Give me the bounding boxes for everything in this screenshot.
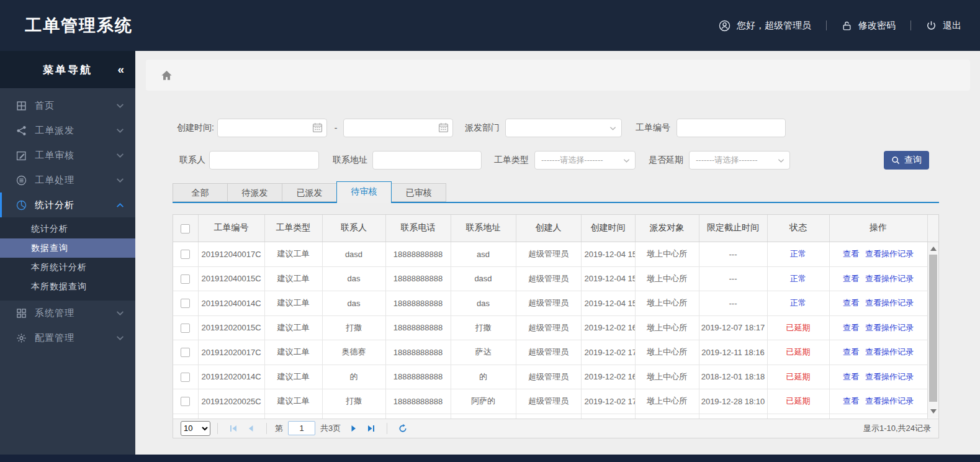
tab-reviewed[interactable]: 已审核 <box>391 183 446 202</box>
first-page-icon[interactable] <box>229 424 238 433</box>
select-all-checkbox[interactable] <box>181 224 190 233</box>
cell-status: 已延期 <box>767 340 829 365</box>
tab-to-dispatch[interactable]: 待派发 <box>227 183 282 202</box>
row-checkbox[interactable] <box>181 397 190 406</box>
scroll-up-arrow-icon[interactable] <box>930 247 937 251</box>
cell-order-type <box>264 414 322 419</box>
order-type-select[interactable]: -------请选择------- <box>534 151 636 170</box>
chevron-down-icon <box>116 102 124 110</box>
is-delayed-select[interactable]: -------请选择------- <box>689 151 790 170</box>
column-header: 创建人 <box>516 215 581 242</box>
dispatch-dept-select[interactable] <box>505 119 622 137</box>
record-summary: 显示1-10,共24记录 <box>863 423 931 434</box>
sidebar-subitem-local-statistics[interactable]: 本所统计分析 <box>0 258 135 277</box>
chevron-down-icon <box>116 334 124 342</box>
sidebar-item-order-review[interactable]: 工单审核 <box>0 143 135 168</box>
gear-icon <box>16 333 27 343</box>
cell-contact: das <box>322 291 385 316</box>
page-number-input[interactable] <box>288 421 315 435</box>
row-checkbox[interactable] <box>181 250 190 259</box>
row-checkbox[interactable] <box>181 348 190 357</box>
stack-icon <box>16 175 27 186</box>
contact-input[interactable] <box>209 151 319 170</box>
sidebar-item-config-manage[interactable]: 配置管理 <box>0 325 135 350</box>
header-menu: 您好，超级管理员 修改密码 退出 <box>719 20 961 32</box>
action-link[interactable]: 查看 <box>843 323 859 332</box>
sidebar-item-statistics[interactable]: 统计分析 <box>0 192 135 217</box>
grid2-icon <box>16 308 27 319</box>
chevron-down-icon <box>778 158 784 163</box>
action-link[interactable]: 查看操作记录 <box>865 372 914 381</box>
action-link[interactable]: 查看 <box>843 396 859 405</box>
column-header: 工单类型 <box>264 215 322 242</box>
search-button[interactable]: 查询 <box>884 151 929 170</box>
cell-order-no: 201912040017C <box>198 242 264 267</box>
cell-order-no: 201912040014C <box>198 291 264 316</box>
tab-all[interactable]: 全部 <box>173 183 228 202</box>
sidebar-subitem-statistics-analysis[interactable]: 统计分析 <box>0 219 135 238</box>
sidebar-item-system-manage[interactable]: 系统管理 <box>0 301 135 325</box>
vertical-scrollbar[interactable] <box>927 242 938 418</box>
row-checkbox[interactable] <box>181 274 190 284</box>
sidebar-collapse-icon[interactable]: « <box>117 63 123 76</box>
tab-to-review[interactable]: 待审核 <box>336 181 392 203</box>
sidebar-item-home[interactable]: 首页 <box>0 93 135 118</box>
scroll-down-arrow-icon[interactable] <box>930 409 937 414</box>
user-greeting[interactable]: 您好，超级管理员 <box>719 20 811 32</box>
sidebar-subitem-data-query[interactable]: 数据查询 <box>0 238 135 258</box>
page-size-select[interactable]: 10 <box>181 421 210 436</box>
cell-phone: 18888888888 <box>385 340 451 365</box>
sidebar-item-order-dispatch[interactable]: 工单派发 <box>0 118 135 143</box>
row-select-cell <box>173 242 198 267</box>
row-checkbox[interactable] <box>181 373 190 382</box>
action-link[interactable]: 查看 <box>843 298 859 307</box>
action-link[interactable]: 查看操作记录 <box>865 274 914 283</box>
cell-deadline: 2019-12-07 18:17 <box>699 315 767 340</box>
pagination-bar: 10 第 共3页 <box>173 419 938 438</box>
cell-phone: 18888888888 <box>385 266 451 291</box>
created-time-to-input[interactable] <box>343 119 453 137</box>
next-page-icon[interactable] <box>349 424 358 433</box>
chevron-up-icon <box>116 201 124 209</box>
order-no-input[interactable] <box>677 119 786 137</box>
action-link[interactable]: 查看操作记录 <box>865 298 914 307</box>
action-link[interactable]: 查看 <box>843 372 859 381</box>
action-link[interactable]: 查看操作记录 <box>865 249 914 258</box>
table-body-table: 201912040017C建议工单dasd18888888888asd超级管理员… <box>173 242 928 419</box>
last-page-icon[interactable] <box>367 424 375 433</box>
cell-status: 已延期 <box>767 365 829 389</box>
created-time-from-input[interactable] <box>217 119 327 137</box>
total-pages: 共3页 <box>320 423 341 434</box>
cell-actions: 查看查看操作记录 <box>829 266 927 291</box>
share-icon <box>16 125 27 136</box>
refresh-icon[interactable] <box>398 424 407 433</box>
row-checkbox[interactable] <box>181 299 190 308</box>
cell-order-no: 201912040015C <box>198 266 264 291</box>
cell-address: 打撒 <box>451 315 516 340</box>
row-select-cell <box>173 315 198 340</box>
scrollbar-thumb[interactable] <box>929 255 937 402</box>
action-link[interactable]: 查看操作记录 <box>865 396 914 405</box>
action-link[interactable]: 查看操作记录 <box>865 323 914 332</box>
chevron-down-icon <box>116 176 124 184</box>
action-link[interactable]: 查看 <box>843 249 859 258</box>
home-icon[interactable] <box>161 70 173 81</box>
sidebar-subitem-local-data-query[interactable]: 本所数据查询 <box>0 277 135 296</box>
prev-page-icon[interactable] <box>246 424 255 433</box>
action-link[interactable]: 查看操作记录 <box>865 347 914 356</box>
cell-order-no: 201912020025C <box>198 389 264 414</box>
action-link[interactable]: 查看 <box>843 347 859 356</box>
logout-label: 退出 <box>943 20 961 32</box>
cell-actions <box>829 414 927 419</box>
chevron-down-icon <box>116 152 124 160</box>
sidebar-item-order-process[interactable]: 工单处理 <box>0 168 135 192</box>
table-row: 201912040017C建议工单dasd18888888888asd超级管理员… <box>173 242 927 267</box>
table-header: 工单编号工单类型联系人联系电话联系地址创建人创建时间派发对象限定截止时间状态操作 <box>173 215 938 242</box>
contact-address-input[interactable] <box>372 151 482 170</box>
tab-dispatched[interactable]: 已派发 <box>282 183 337 202</box>
logout-button[interactable]: 退出 <box>926 20 961 32</box>
action-link[interactable]: 查看 <box>843 274 859 283</box>
change-password-button[interactable]: 修改密码 <box>842 20 896 32</box>
row-checkbox[interactable] <box>181 324 190 333</box>
table-body-clip: 201912040017C建议工单dasd18888888888asd超级管理员… <box>173 242 938 419</box>
